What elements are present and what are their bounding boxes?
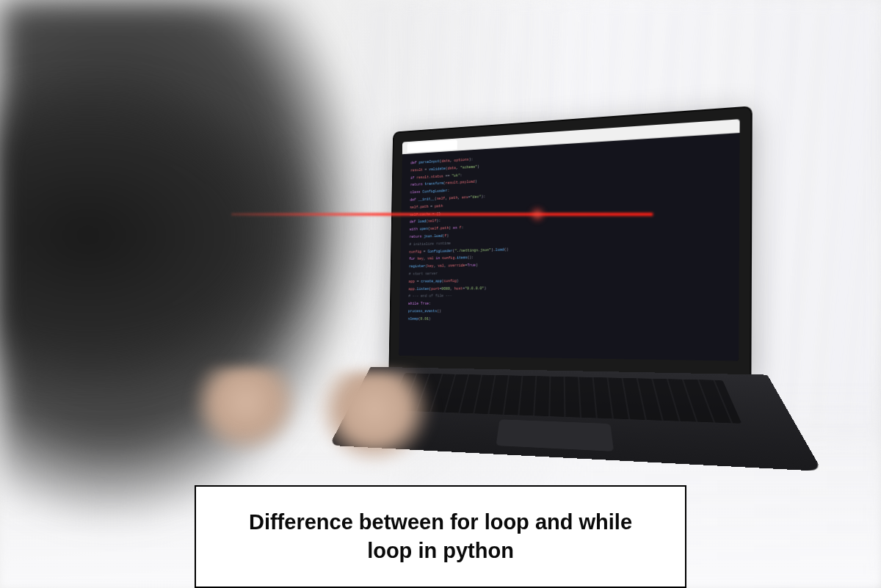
lens-flare-streak — [231, 213, 653, 216]
caption-title: Difference between for loop and while lo… — [225, 508, 656, 565]
lens-flare-dot — [529, 206, 546, 223]
caption-box: Difference between for loop and while lo… — [195, 485, 686, 588]
laptop-trackpad — [496, 419, 614, 451]
tutorial-thumbnail-image: def parseInput(data, options): result = … — [0, 0, 881, 588]
hand-right — [316, 371, 433, 466]
laptop: def parseInput(data, options): result = … — [356, 101, 817, 534]
person-shoulder — [0, 59, 352, 412]
laptop-keyboard — [389, 373, 742, 424]
laptop-screen-bezel: def parseInput(data, options): result = … — [388, 106, 752, 378]
code-editor: def parseInput(data, options): result = … — [399, 133, 739, 361]
laptop-screen: def parseInput(data, options): result = … — [399, 119, 739, 360]
hand-left — [191, 367, 301, 455]
